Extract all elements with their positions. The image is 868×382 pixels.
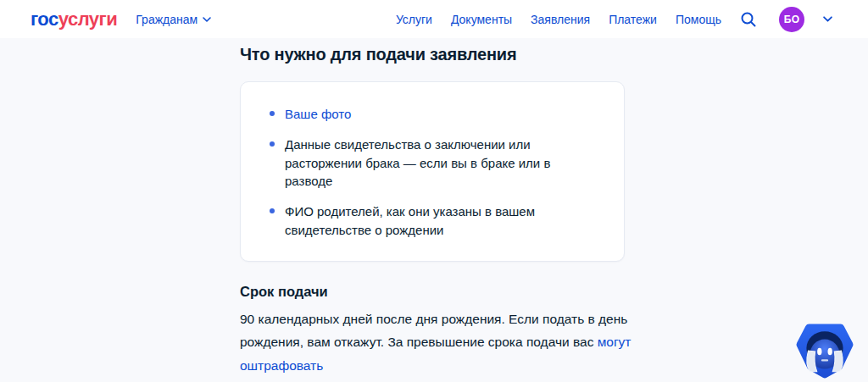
header-nav: Услуги Документы Заявления Платежи Помощ… — [396, 7, 832, 32]
robot-assistant-icon — [795, 321, 854, 380]
nav-item-pomoshch[interactable]: Помощь — [676, 13, 721, 26]
requirement-text: Данные свидетельства о заключении или ра… — [285, 136, 595, 191]
audience-dropdown[interactable]: Гражданам — [136, 13, 211, 26]
section-heading: Срок подачи — [240, 284, 638, 300]
requirement-text: Ваше фото — [285, 105, 351, 124]
section-text: 90 календарных дней после дня рождения. … — [240, 307, 638, 378]
deadline-text: 90 календарных дней после дня рождения. … — [240, 312, 627, 350]
header-left: госуслуги Гражданам — [31, 10, 211, 29]
profile-menu-button[interactable] — [823, 16, 832, 22]
list-item: Ваше фото — [270, 105, 595, 124]
requirements-card: Ваше фото Данные свидетельства о заключе… — [240, 81, 625, 262]
list-item: ФИО родителей, как они указаны в вашем с… — [270, 202, 595, 240]
bullet-icon — [270, 111, 275, 116]
nav-item-uslugi[interactable]: Услуги — [396, 13, 432, 26]
main-content: Что нужно для подачи заявления Ваше фото… — [0, 38, 644, 382]
requirement-text: ФИО родителей, как они указаны в вашем с… — [285, 202, 595, 240]
robot-assistant-button[interactable] — [795, 321, 854, 380]
chevron-down-icon — [203, 17, 211, 22]
audience-label: Гражданам — [136, 13, 198, 26]
chevron-down-icon — [823, 16, 832, 22]
avatar-initials: БО — [784, 14, 800, 25]
nav-item-zayavleniya[interactable]: Заявления — [531, 13, 590, 26]
page-title: Что нужно для подачи заявления — [240, 45, 644, 64]
list-item: Данные свидетельства о заключении или ра… — [270, 136, 595, 191]
bullet-icon — [270, 208, 275, 213]
search-icon — [740, 11, 757, 28]
logo-part-gos: гос — [31, 8, 58, 30]
section-srok-podachi: Срок подачи 90 календарных дней после дн… — [240, 284, 638, 378]
gosuslugi-logo[interactable]: госуслуги — [31, 10, 117, 29]
nav-item-platezhi[interactable]: Платежи — [609, 13, 657, 26]
your-photo-link[interactable]: Ваше фото — [285, 107, 351, 121]
top-header: госуслуги Гражданам Услуги Документы Зая… — [0, 0, 868, 38]
logo-part-uslugi: услуги — [58, 8, 118, 30]
search-button[interactable] — [740, 11, 757, 28]
nav-item-dokumenty[interactable]: Документы — [451, 13, 512, 26]
avatar[interactable]: БО — [779, 7, 804, 32]
bullet-icon — [270, 141, 275, 147]
